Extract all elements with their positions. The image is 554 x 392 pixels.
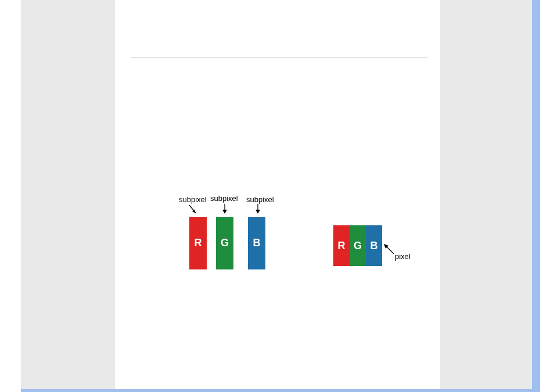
horizontal-rule — [131, 57, 427, 57]
viewer-viewport: subpixel subpixel subpixel R G B R G B — [21, 0, 540, 392]
document-page — [115, 0, 440, 389]
